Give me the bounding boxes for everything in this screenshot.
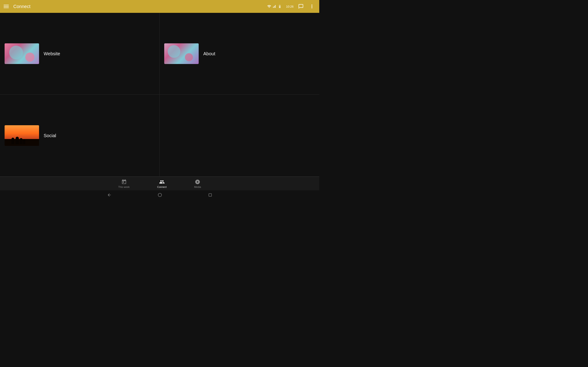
social-thumbnail bbox=[5, 125, 39, 146]
social-item[interactable]: Social bbox=[0, 95, 160, 177]
status-icons bbox=[267, 4, 282, 8]
back-button[interactable] bbox=[107, 193, 112, 197]
signal-icon bbox=[272, 4, 276, 8]
top-bar-left: Connect bbox=[4, 4, 31, 9]
recent-square-icon bbox=[208, 193, 212, 197]
top-bar-right: 10:26 bbox=[267, 3, 316, 10]
more-button[interactable] bbox=[308, 3, 316, 10]
battery-icon bbox=[277, 4, 282, 8]
back-arrow-icon bbox=[107, 193, 112, 197]
nav-item-connect[interactable]: Connect bbox=[157, 179, 166, 188]
content-grid: Website About Social bbox=[0, 13, 319, 177]
app-title: Connect bbox=[13, 4, 31, 9]
chat-icon bbox=[298, 4, 304, 9]
about-item[interactable]: About bbox=[160, 13, 319, 95]
svg-rect-1 bbox=[209, 194, 212, 196]
wifi-icon bbox=[267, 4, 271, 8]
top-bar: Connect 10:26 bbox=[0, 0, 319, 13]
website-label: Website bbox=[44, 51, 60, 56]
recent-button[interactable] bbox=[208, 193, 212, 197]
silhouette-3 bbox=[20, 138, 23, 144]
calendar-icon bbox=[121, 179, 127, 185]
about-thumb-image bbox=[164, 43, 199, 64]
silhouette-4 bbox=[23, 139, 25, 144]
about-label: About bbox=[203, 51, 215, 56]
connect-label: Connect bbox=[157, 186, 166, 188]
more-vertical-icon bbox=[309, 4, 315, 9]
hamburger-menu-button[interactable] bbox=[4, 5, 9, 8]
silhouette-2 bbox=[16, 137, 19, 144]
this-week-label: This week bbox=[118, 186, 130, 188]
home-circle-icon bbox=[157, 193, 162, 197]
home-button[interactable] bbox=[157, 193, 162, 197]
nav-item-this-week[interactable]: This week bbox=[118, 179, 130, 188]
website-thumb-image bbox=[5, 43, 39, 64]
system-nav bbox=[0, 190, 319, 200]
bottom-nav: This week Connect Media bbox=[0, 177, 319, 190]
social-thumb-image bbox=[5, 125, 39, 146]
people-icon bbox=[159, 179, 165, 185]
svg-point-0 bbox=[158, 193, 162, 197]
media-label: Media bbox=[194, 186, 201, 188]
website-thumbnail bbox=[5, 43, 39, 64]
about-thumbnail bbox=[164, 43, 199, 64]
play-circle-icon bbox=[195, 179, 200, 185]
silhouette-1 bbox=[11, 138, 14, 144]
chat-button[interactable] bbox=[297, 3, 304, 10]
time-display: 10:26 bbox=[286, 5, 294, 8]
social-label: Social bbox=[44, 133, 56, 138]
empty-cell bbox=[160, 95, 319, 177]
website-item[interactable]: Website bbox=[0, 13, 160, 95]
nav-item-media[interactable]: Media bbox=[194, 179, 201, 188]
